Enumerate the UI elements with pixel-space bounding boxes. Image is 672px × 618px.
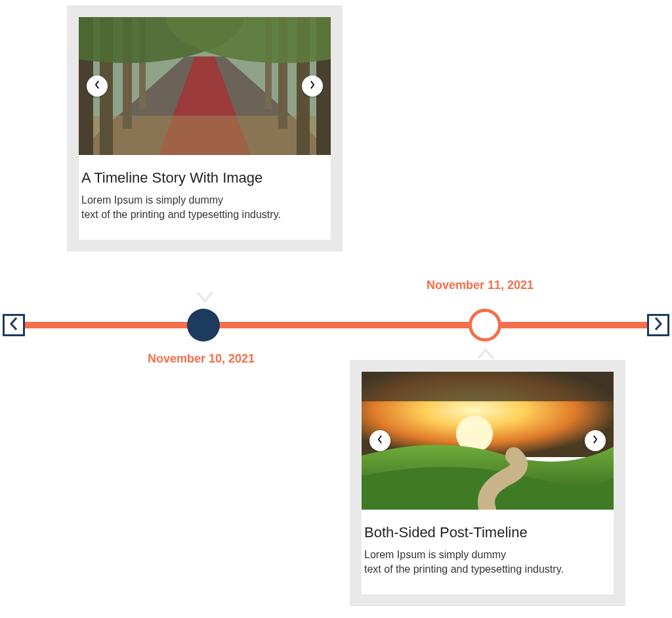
timeline-axis — [20, 322, 652, 328]
card-title: Both-Sided Post-Timeline — [362, 510, 614, 548]
timeline-prev-button[interactable] — [3, 314, 25, 336]
svg-rect-3 — [79, 116, 331, 155]
timeline-date-0: November 10, 2021 — [148, 352, 255, 366]
card-connector-0 — [196, 292, 214, 303]
card-image-next-button[interactable] — [302, 76, 323, 97]
timeline-card-0: A Timeline Story With Image Lorem Ipsum … — [67, 5, 343, 252]
card-image-0 — [79, 17, 331, 155]
card-title: A Timeline Story With Image — [79, 155, 331, 193]
card-body: Lorem Ipsum is simply dummy text of the … — [362, 548, 614, 576]
timeline-node-0[interactable] — [187, 309, 220, 342]
card-image-prev-button[interactable] — [87, 76, 108, 97]
timeline-card-1: Both-Sided Post-Timeline Lorem Ipsum is … — [350, 360, 625, 606]
card-image-next-button[interactable] — [585, 430, 606, 451]
chevron-right-icon — [309, 80, 316, 92]
chevron-left-icon — [94, 80, 100, 92]
svg-rect-15 — [362, 372, 614, 401]
chevron-right-icon — [592, 435, 598, 447]
chevron-right-icon — [654, 317, 663, 333]
card-body: Lorem Ipsum is simply dummy text of the … — [79, 193, 331, 221]
card-image-1 — [362, 372, 614, 510]
chevron-left-icon — [377, 435, 383, 447]
timeline-node-1[interactable] — [469, 309, 501, 342]
chevron-left-icon — [9, 317, 18, 333]
timeline-next-button[interactable] — [647, 314, 669, 336]
timeline-date-1: November 11, 2021 — [427, 278, 534, 292]
card-image-prev-button[interactable] — [369, 430, 390, 451]
card-connector-1 — [476, 348, 495, 359]
